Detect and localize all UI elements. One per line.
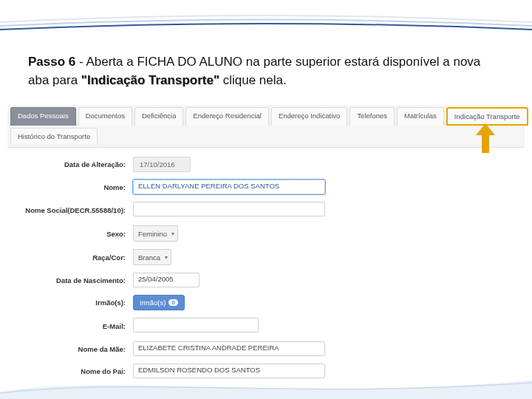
- input-nome-mae[interactable]: ELIZABETE CRISTINA ANDRADE PEREIRA: [133, 341, 325, 356]
- label-nome: Nome:: [15, 183, 133, 191]
- label-raca-cor: Raça/Cor:: [15, 253, 133, 262]
- input-email[interactable]: [133, 318, 259, 332]
- value-data-alteracao: 17/10/2016: [133, 157, 191, 172]
- input-nome-social[interactable]: [133, 202, 325, 216]
- input-nome-pai[interactable]: EDMILSON ROSENDO DOS SANTOS: [133, 364, 325, 378]
- label-irmaos: Irmão(s):: [15, 299, 133, 307]
- input-data-nascimento[interactable]: 25/04/2005: [133, 273, 200, 287]
- button-irmaos[interactable]: Irmão(s) 0: [133, 295, 185, 310]
- tab-hist-rico-do-transporte[interactable]: Histórico do Transporte: [10, 128, 98, 144]
- app-screenshot: Dados PessoaisDocumentosDeficiênciaEnder…: [7, 105, 525, 386]
- tab-documentos[interactable]: Documentos: [78, 107, 132, 126]
- select-raca-cor[interactable]: Branca ▾: [133, 249, 171, 265]
- badge-irmaos-count: 0: [168, 299, 177, 306]
- tab-dados-pessoais[interactable]: Dados Pessoais: [10, 107, 76, 126]
- top-decorative-border: [0, 13, 532, 33]
- step-label: Passo 6: [28, 55, 75, 69]
- callout-arrow-icon: [476, 123, 495, 153]
- label-email: E-Mail:: [15, 322, 133, 330]
- tab-endere-o-residencial[interactable]: Endereço Residencial: [185, 107, 268, 126]
- tab-telefones[interactable]: Telefones: [349, 107, 395, 126]
- label-nome-mae: Nome da Mãe:: [15, 345, 133, 353]
- label-nome-pai: Nome do Pai:: [15, 367, 133, 375]
- form-area: Data de Alteração: 17/10/2016 Nome: ELLE…: [7, 148, 525, 378]
- input-nome[interactable]: ELLEN DARLYANE PEREIRA DOS SANTOS: [133, 180, 325, 194]
- label-nome-social: Nome Social(DECR.55588/10):: [15, 206, 133, 214]
- select-sexo[interactable]: Feminino ▾: [133, 225, 178, 242]
- tabs-secondary-row: Histórico do Transporte: [7, 126, 525, 148]
- tab-endere-o-indicativo[interactable]: Endereço Indicativo: [271, 107, 347, 126]
- label-sexo: Sexo:: [15, 230, 133, 238]
- instruction-text: Passo 6 - Aberta a FICHA DO ALUNO na par…: [28, 53, 501, 89]
- chevron-down-icon: ▾: [165, 254, 168, 261]
- tabs-primary-row: Dados PessoaisDocumentosDeficiênciaEnder…: [7, 105, 525, 126]
- label-data-nascimento: Data de Nascimento:: [15, 276, 133, 284]
- label-data-alteracao: Data de Alteração:: [15, 160, 133, 168]
- tab-defici-ncia[interactable]: Deficiência: [134, 107, 183, 126]
- tab-matr-culas[interactable]: Matrículas: [397, 107, 444, 126]
- chevron-down-icon: ▾: [171, 231, 174, 237]
- highlighted-tab-name: "Indicação Transporte": [81, 73, 219, 87]
